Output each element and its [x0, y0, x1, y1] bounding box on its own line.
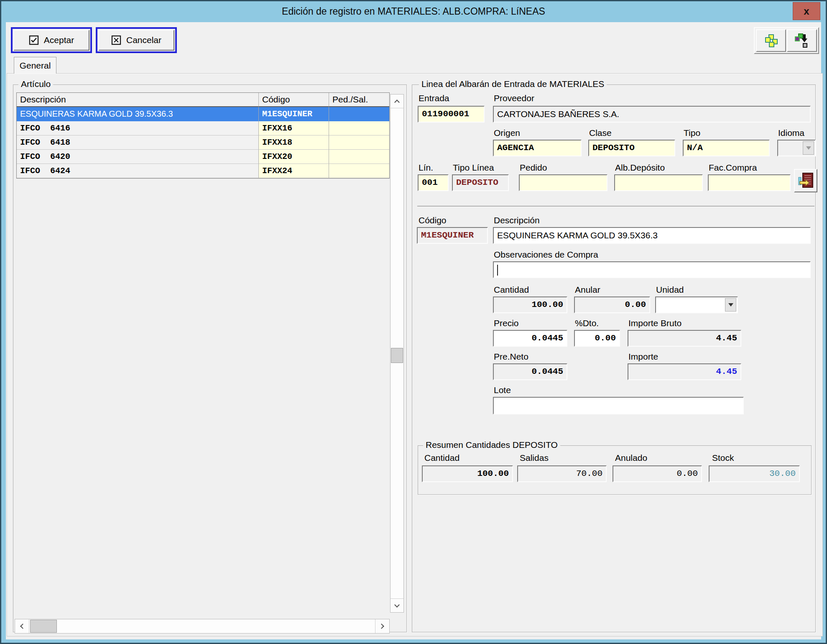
table-row[interactable]: IFCO 6420 IFXX20 [17, 150, 389, 164]
accept-button[interactable]: Aceptar [13, 30, 89, 51]
column-header-descripcion[interactable]: Descripción [17, 93, 259, 107]
chevron-left-icon [20, 624, 26, 629]
entrada-field[interactable]: 011900001 [418, 106, 485, 123]
lin-field[interactable]: 001 [418, 174, 449, 191]
idioma-label: Idioma [778, 128, 804, 139]
accept-button-label: Aceptar [44, 35, 74, 45]
text-cursor [497, 265, 498, 276]
unidad-dropdown-button[interactable] [725, 298, 736, 312]
observaciones-field[interactable] [493, 261, 811, 278]
cell-descripcion: IFCO 6418 [17, 135, 259, 150]
scroll-left-button[interactable] [15, 619, 29, 633]
column-header-ped-sal[interactable]: Ped./Sal. [329, 93, 389, 107]
cell-ped-sal [329, 121, 389, 135]
accept-button-focus-ring: Aceptar [11, 27, 92, 53]
chevron-down-icon [806, 146, 811, 150]
resumen-stock-label: Stock [712, 453, 734, 464]
table-row[interactable]: ESQUINERAS KARMA GOLD 39.5X36.3 M1ESQUIN… [17, 107, 389, 121]
tab-general[interactable]: General [14, 57, 56, 74]
lote-label: Lote [494, 385, 511, 396]
table-vertical-scrollbar[interactable] [390, 94, 404, 613]
resumen-salidas-label: Salidas [520, 453, 549, 464]
dto-field[interactable]: 0.00 [574, 330, 620, 347]
horizontal-scroll-thumb[interactable] [30, 620, 57, 633]
close-icon: x [804, 5, 809, 17]
resumen-anulado-field: 0.00 [613, 465, 702, 482]
cascade-squares-arrow-icon [794, 33, 809, 48]
column-header-codigo[interactable]: Código [259, 93, 329, 107]
tipo-linea-field: DEPOSITO [452, 174, 509, 191]
pedido-field[interactable] [519, 174, 607, 191]
cancel-button-focus-ring: Cancelar [96, 27, 177, 53]
fac-compra-label: Fac.Compra [709, 163, 757, 174]
cell-codigo: IFXX16 [259, 121, 329, 135]
table-horizontal-scrollbar[interactable] [15, 619, 390, 634]
chevron-down-icon [728, 303, 733, 307]
tipo-field[interactable]: N/A [683, 140, 770, 156]
vertical-scroll-thumb[interactable] [391, 348, 403, 363]
cell-codigo: IFXX20 [259, 150, 329, 164]
copy-records-button[interactable] [756, 29, 786, 52]
linea-albaran-group-label: Linea del Albarán de Entrada de MATERIAL… [419, 79, 607, 89]
resumen-group-label: Resumen Cantidades DEPOSITO [423, 440, 560, 450]
close-button[interactable]: x [793, 2, 820, 20]
lin-label: Lín. [419, 163, 433, 174]
tab-general-label: General [20, 61, 51, 71]
cancel-button[interactable]: Cancelar [98, 30, 174, 51]
alb-deposito-field[interactable] [614, 174, 703, 191]
proveedor-field: CARTONAJES BAÑERES S.A. [493, 106, 811, 123]
codigo-field: M1ESQUINER [417, 227, 488, 244]
pre-neto-field: 0.0445 [493, 363, 567, 380]
idioma-dropdown-button [803, 141, 814, 155]
scroll-right-button[interactable] [375, 619, 389, 633]
chevron-right-icon [379, 624, 384, 629]
cell-ped-sal [329, 107, 389, 121]
importe-field: 4.45 [628, 363, 741, 380]
unidad-label: Unidad [656, 285, 684, 296]
resumen-stock-field: 30.00 [709, 465, 800, 482]
origen-field[interactable]: AGENCIA [493, 140, 582, 156]
titlebar: Edición de registro en MATERIALES: ALB.C… [1, 1, 826, 22]
chevron-down-icon [394, 602, 400, 608]
importe-bruto-field: 4.45 [628, 330, 741, 347]
cell-codigo: IFXX24 [259, 164, 329, 178]
article-table: Descripción Código Ped./Sal. ESQUINERAS … [16, 92, 390, 179]
scroll-down-button[interactable] [391, 598, 403, 612]
cell-descripcion: ESQUINERAS KARMA GOLD 39.5X36.3 [17, 107, 259, 121]
scroll-up-button[interactable] [391, 95, 403, 108]
table-row[interactable]: IFCO 6424 IFXX24 [17, 164, 389, 178]
clase-field[interactable]: DEPOSITO [588, 140, 675, 156]
resumen-salidas-field: 70.00 [517, 465, 607, 482]
transfer-records-button[interactable] [787, 29, 817, 52]
resumen-cantidad-field: 100.00 [422, 465, 513, 482]
pedido-label: Pedido [520, 163, 547, 174]
checkbox-cross-icon [111, 35, 121, 45]
tipo-linea-label: Tipo Línea [453, 163, 494, 174]
codigo-label: Código [419, 215, 447, 226]
toolbar-icon-panel [754, 27, 819, 54]
unidad-dropdown[interactable]: UD [655, 296, 738, 313]
alb-deposito-label: Alb.Depósito [615, 163, 665, 174]
precio-field[interactable]: 0.0445 [493, 330, 567, 347]
articulo-group-label: Artículo [18, 79, 53, 89]
origen-label: Origen [494, 128, 520, 139]
fac-compra-field[interactable] [708, 174, 791, 191]
cantidad-label: Cantidad [494, 285, 529, 296]
cascade-squares-icon [763, 34, 779, 47]
section-divider [417, 206, 814, 207]
descripcion-field[interactable]: ESQUINERAS KARMA GOLD 39.5X36.3 [493, 227, 811, 244]
anular-field: 0.00 [574, 296, 650, 313]
cell-descripcion: IFCO 6424 [17, 164, 259, 178]
cell-ped-sal [329, 164, 389, 178]
table-row[interactable]: IFCO 6418 IFXX18 [17, 135, 389, 150]
table-row[interactable]: IFCO 6416 IFXX16 [17, 121, 389, 135]
resumen-cantidad-label: Cantidad [424, 453, 459, 464]
pre-neto-label: Pre.Neto [494, 352, 528, 363]
checkbox-check-icon [29, 35, 39, 45]
resumen-anulado-label: Anulado [615, 453, 647, 464]
importe-bruto-label: Importe Bruto [628, 318, 682, 329]
fac-compra-lookup-button[interactable] [794, 169, 817, 192]
clase-label: Clase [589, 128, 612, 139]
cell-descripcion: IFCO 6420 [17, 150, 259, 164]
lote-field[interactable] [493, 397, 744, 414]
